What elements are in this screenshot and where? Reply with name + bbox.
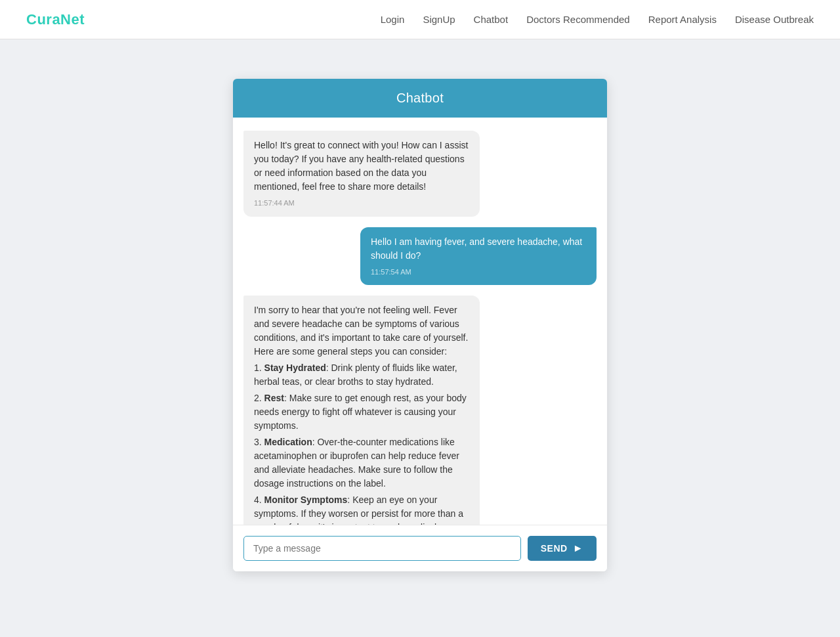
bot-msg-2-item3: 3. Medication: Over-the-counter medicati… xyxy=(254,435,469,491)
chat-header: Chatbot xyxy=(233,79,607,118)
chat-messages: Hello! It's great to connect with you! H… xyxy=(233,118,607,525)
message-row-bot-1: Hello! It's great to connect with you! H… xyxy=(243,131,597,217)
bubble-bot-2: I'm sorry to hear that you're not feelin… xyxy=(243,296,480,525)
chat-title: Chatbot xyxy=(396,91,444,105)
nav-item-signup[interactable]: SignUp xyxy=(423,14,455,26)
message-row-user-1: Hello I am having fever, and severe head… xyxy=(243,227,597,286)
chat-input-area: SEND ► xyxy=(233,525,607,571)
nav-link-signup[interactable]: SignUp xyxy=(423,14,455,25)
nav-link-chatbot[interactable]: Chatbot xyxy=(474,14,509,25)
user-msg-1-text: Hello I am having fever, and severe head… xyxy=(371,235,586,263)
message-row-bot-2: I'm sorry to hear that you're not feelin… xyxy=(243,296,597,525)
message-input[interactable] xyxy=(243,536,521,561)
nav-link-outbreak[interactable]: Disease Outbreak xyxy=(735,14,814,25)
bot-msg-1-text: Hello! It's great to connect with you! H… xyxy=(254,139,469,194)
nav-item-outbreak[interactable]: Disease Outbreak xyxy=(735,14,814,26)
logo: CuraNet xyxy=(26,11,85,28)
bubble-bot-1: Hello! It's great to connect with you! H… xyxy=(243,131,480,217)
bot-msg-2-item1: 1. Stay Hydrated: Drink plenty of fluids… xyxy=(254,361,469,389)
bot-msg-2-item4: 4. Monitor Symptoms: Keep an eye on your… xyxy=(254,493,469,525)
bot-msg-2-intro: I'm sorry to hear that you're not feelin… xyxy=(254,303,469,359)
send-label: SEND xyxy=(541,543,568,554)
bubble-user-1: Hello I am having fever, and severe head… xyxy=(360,227,597,286)
send-arrow-icon: ► xyxy=(573,542,583,554)
header: CuraNet Login SignUp Chatbot Doctors Rec… xyxy=(0,0,840,39)
bot-msg-1-time: 11:57:44 AM xyxy=(254,198,469,209)
nav-item-doctors[interactable]: Doctors Recommended xyxy=(526,14,630,26)
nav-item-chatbot[interactable]: Chatbot xyxy=(474,14,509,26)
nav-link-doctors[interactable]: Doctors Recommended xyxy=(526,14,630,25)
nav-item-login[interactable]: Login xyxy=(381,14,405,26)
bot-msg-2-item2: 2. Rest: Make sure to get enough rest, a… xyxy=(254,391,469,433)
nav-item-report[interactable]: Report Analysis xyxy=(648,14,717,26)
nav: Login SignUp Chatbot Doctors Recommended… xyxy=(381,14,814,26)
page-main: Chatbot Hello! It's great to connect wit… xyxy=(0,39,840,611)
nav-list: Login SignUp Chatbot Doctors Recommended… xyxy=(381,14,814,26)
nav-link-login[interactable]: Login xyxy=(381,14,405,25)
nav-link-report[interactable]: Report Analysis xyxy=(648,14,717,25)
send-button[interactable]: SEND ► xyxy=(528,536,597,561)
chat-widget: Chatbot Hello! It's great to connect wit… xyxy=(233,79,607,571)
user-msg-1-time: 11:57:54 AM xyxy=(371,267,586,278)
